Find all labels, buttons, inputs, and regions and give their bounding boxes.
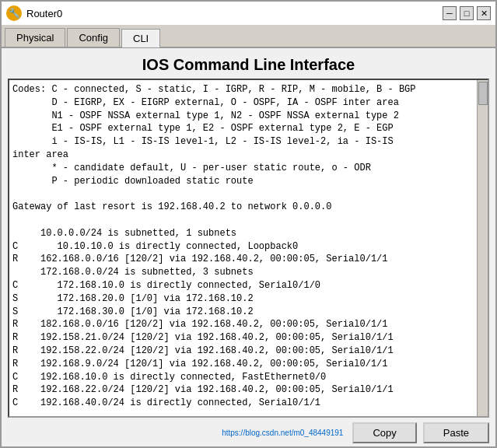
cli-area: IOS Command Line Interface Codes: C - co… — [2, 48, 495, 446]
cli-output[interactable]: Codes: C - connected, S - static, I - IG… — [9, 80, 477, 416]
close-button[interactable]: ✕ — [477, 6, 491, 20]
copy-button[interactable]: Copy — [352, 422, 416, 443]
minimize-button[interactable]: ─ — [443, 6, 457, 20]
scrollbar-thumb[interactable] — [478, 82, 488, 105]
tab-physical[interactable]: Physical — [5, 28, 65, 47]
cli-title: IOS Command Line Interface — [2, 48, 495, 79]
watermark: https://blog.csdn.net/m0_48449191 — [8, 429, 346, 437]
window-icon: 🔧 — [6, 5, 22, 21]
title-bar: 🔧 Router0 ─ □ ✕ — [0, 0, 497, 25]
main-window: Physical Config CLI IOS Command Line Int… — [0, 25, 497, 448]
window-title: Router0 — [26, 8, 438, 19]
paste-button[interactable]: Paste — [423, 422, 489, 443]
tab-cli[interactable]: CLI — [121, 29, 160, 47]
bottom-bar: https://blog.csdn.net/m0_48449191 Copy P… — [2, 418, 495, 446]
maximize-button[interactable]: □ — [460, 6, 474, 20]
cli-output-container: Codes: C - connected, S - static, I - IG… — [8, 79, 489, 418]
tab-config[interactable]: Config — [67, 28, 120, 47]
scrollbar[interactable] — [477, 80, 488, 416]
window-controls: ─ □ ✕ — [443, 6, 491, 20]
tab-bar: Physical Config CLI — [2, 25, 495, 48]
